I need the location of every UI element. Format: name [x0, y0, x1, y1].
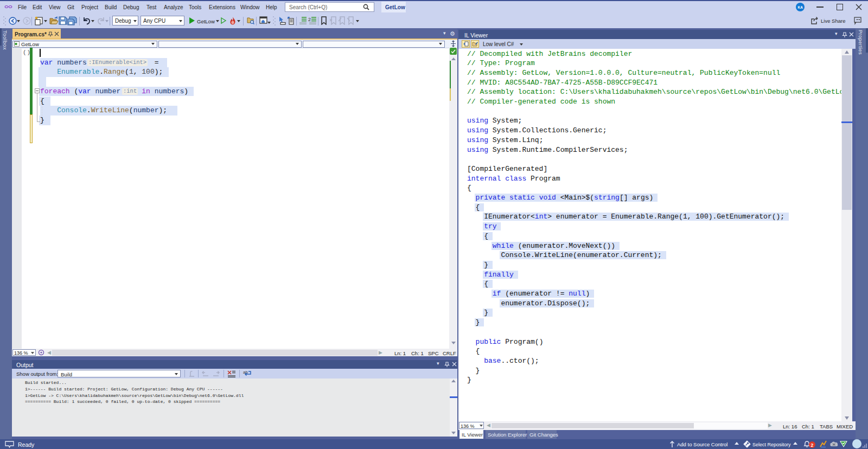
- svg-text:2: 2: [308, 17, 311, 22]
